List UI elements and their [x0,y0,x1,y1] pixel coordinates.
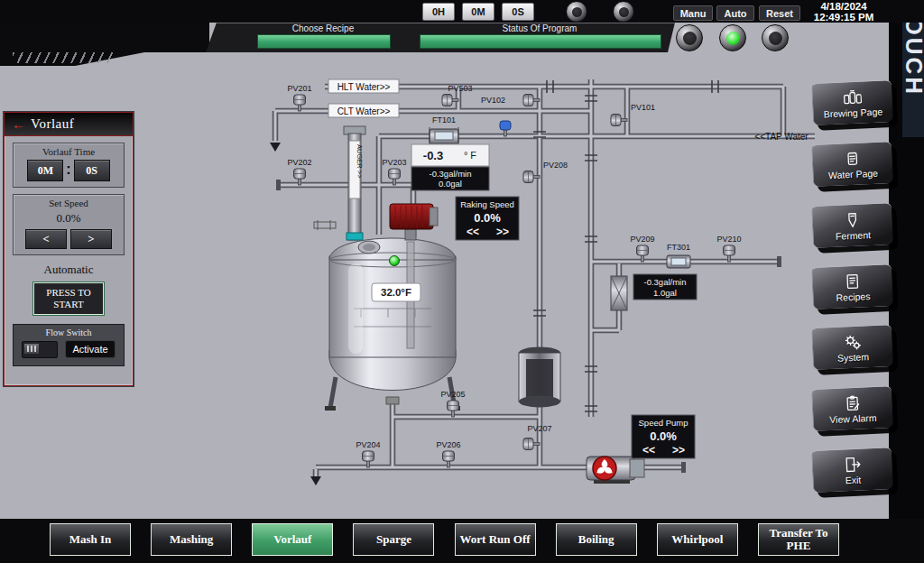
auger-valve[interactable] [346,233,363,240]
ft301-flow-rate: -0.3gal/min [644,277,687,287]
nav-label: View Alarm [829,411,877,424]
phase-button-boiling[interactable]: Boiling [556,523,637,556]
set-speed-value: 0.0% [17,211,120,226]
nav-button-water-page[interactable]: Water Page [811,141,893,187]
ft101-flow-total: 0.0gal [439,179,462,189]
timer-hours-button[interactable]: 0H [422,3,455,21]
manu-button[interactable]: Manu [673,5,713,21]
ft101-temp-value: -0.3 [423,149,443,162]
valve-label: PV201 [287,84,311,93]
fermenter-icon [843,210,862,229]
nav-button-view-alarm[interactable]: View Alarm [811,385,893,431]
ft301-flow-box: -0.3gal/min 1.0gal [633,274,697,300]
timer-seconds-button[interactable]: 0S [502,3,534,21]
panel-title: Vorlauf [31,116,74,132]
header-left-panel [0,23,209,52]
pilot-lamp [566,1,587,23]
nav-label: Water Page [828,167,879,180]
speed-pump-increase-button[interactable]: >> [672,444,685,457]
vorlauf-seconds-button[interactable]: 0S [74,160,110,181]
status-of-program-bar [420,34,661,49]
vorlauf-panel: ← Vorlauf Vorlauf Time 0M:0S Set Speed 0… [4,112,134,386]
mode-label: Automatic [5,263,133,277]
hmi-screen: 32.0°F AUGER >> [0,0,924,563]
raking-speed-decrease-button[interactable]: << [467,226,479,238]
toggle-knob [24,344,39,354]
pilot-lamp [762,24,789,51]
reset-button[interactable]: Reset [759,5,800,21]
nav-button-exit[interactable]: Exit [811,447,893,493]
valve-label: PV207 [527,424,551,433]
vorlauf-minutes-button[interactable]: 0M [27,160,63,181]
phase-button-transfer-to-phe[interactable]: Transfer To PHE [758,523,839,556]
choose-recipe-label: Choose Recipe [257,23,389,33]
process-diagram: 32.0°F AUGER >> [0,0,924,563]
valve-label: PV208 [543,161,568,170]
phase-button-mashing[interactable]: Mashing [151,523,232,556]
phase-button-vorlauf[interactable]: Vorlauf [252,523,333,556]
alarm-clipboard-icon [843,393,862,412]
water-tank-icon [843,149,862,168]
gears-icon [843,332,862,351]
nav-button-system[interactable]: System [811,324,893,370]
wort-pump[interactable] [587,457,644,484]
date-text: 4/18/2024 [799,1,888,12]
grant-vessel [519,347,560,408]
vorlauf-time-label: Vorlauf Time [17,146,120,157]
sight-glass [611,276,627,310]
pilot-lamp [676,24,703,51]
auto-button[interactable]: Auto [716,5,754,21]
drain-arrow-icon [270,143,281,152]
tank-status-lamp [390,256,400,266]
top-bar: 0H 0M 0S Manu Auto Reset [0,0,924,23]
timer-minutes-button[interactable]: 0M [462,3,494,21]
nav-button-recipes[interactable]: Recipes [811,263,893,309]
raking-speed-value: 0.0% [474,211,501,225]
valve-label: PV102 [481,96,505,105]
brew-kettles-icon [843,88,862,106]
press-to-start-button[interactable]: PRESS TO START [33,282,104,315]
valve-label: PV205 [440,390,465,399]
raking-motor [390,204,438,240]
speed-pump-decrease-button[interactable]: << [642,444,655,457]
tap-water-label: <<TAP Water [754,132,808,142]
valve-label: PV202 [287,158,311,167]
raking-speed-increase-button[interactable]: >> [496,226,509,238]
clt-water-label: CLT Water>> [337,106,391,116]
phase-button-bar: Mash In Mashing Vorlauf Sparge Wort Run … [50,523,839,556]
datetime-display: 4/18/2024 12:49:15 PM [799,1,888,23]
activate-button[interactable]: Activate [65,340,116,358]
nav-button-ferment[interactable]: Ferment [811,202,893,248]
choose-recipe-bar[interactable] [257,34,391,49]
speed-decrease-button[interactable]: < [25,229,67,249]
flow-switch-toggle[interactable] [22,341,58,358]
valve-label: PV209 [630,235,654,244]
nav-button-brewing-page[interactable]: Brewing Page [811,79,893,125]
auger-label: AUGER >> [356,144,364,179]
valve-label: PV101 [631,103,655,112]
pipe-cap [276,180,281,190]
phase-button-wort-run-off[interactable]: Wort Run Off [455,523,536,556]
back-arrow-icon: ← [12,116,25,132]
speed-increase-button[interactable]: > [70,229,112,249]
speed-pump-value: 0.0% [650,429,677,443]
flow-switch-group: Flow Switch Activate [13,324,125,366]
phase-button-sparge[interactable]: Sparge [353,523,434,556]
flow-meter-ft101 [430,127,458,145]
phase-button-whirlpool[interactable]: Whirlpool [657,523,738,556]
ft101-flow-box: -0.3gal/min 0.0gal [411,167,489,190]
valve-label: PV206 [436,440,460,449]
vorlauf-panel-header: ← Vorlauf [5,113,133,136]
mash-tun-vessel: 32.0°F [325,238,460,411]
phase-button-mash-in[interactable]: Mash In [50,523,131,556]
vorlauf-time-group: Vorlauf Time 0M:0S [13,143,125,188]
valve-label: PV503 [448,84,472,93]
pilot-lamp [613,1,634,23]
exit-door-icon [843,455,862,474]
ft301-tag: FT301 [667,243,690,252]
speed-pump-box: Speed Pump 0.0% << >> [632,415,695,458]
pipe-cap [777,256,781,267]
header-pinstripes [13,52,114,63]
nav-label: Recipes [836,291,870,303]
speed-pump-label: Speed Pump [639,418,688,428]
